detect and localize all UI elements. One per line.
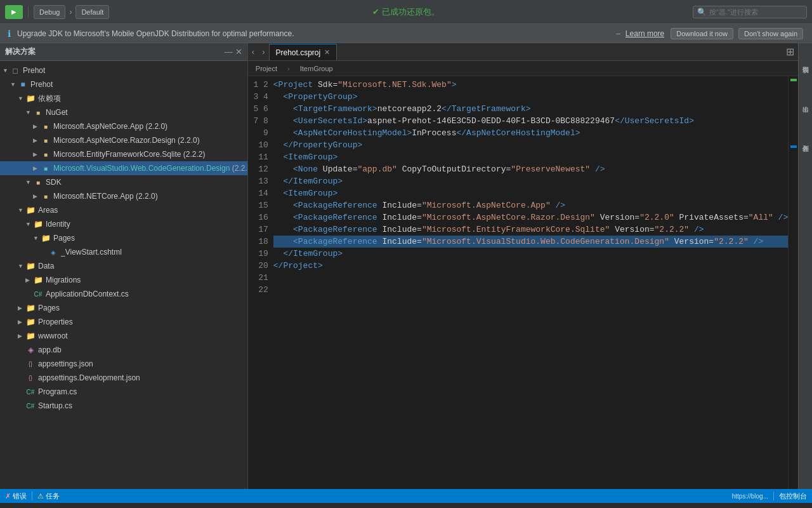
- default-button[interactable]: Default: [75, 5, 109, 19]
- tree-item-19[interactable]: ▶📁wwwroot: [0, 329, 247, 343]
- active-tab[interactable]: Prehot.csproj ✕: [269, 44, 337, 60]
- line-number-9: 9: [263, 128, 268, 138]
- line-number-7: 7: [253, 116, 258, 126]
- tree-arrow-1: ▼: [10, 81, 18, 88]
- tree-label-17: Pages: [38, 304, 60, 312]
- tree-arrow-15: ▶: [25, 277, 33, 283]
- tree-label-7: Microsoft.VisualStudio.Web.CodeGeneratio…: [53, 164, 247, 173]
- line-numbers: 1 2 3 4 5 6 7 8 9 10 11 12 13 14 15 16 1…: [248, 76, 273, 489]
- learn-more-link[interactable]: Learn more: [625, 29, 664, 38]
- code-line-11: <None Update="app.db" CopyToOutputDirect…: [273, 163, 788, 175]
- download-now-button[interactable]: Download it now: [671, 28, 733, 39]
- right-panel-btn-1[interactable]: 错误列表: [801, 46, 810, 77]
- tree-item-2[interactable]: ▼📁依赖项: [0, 91, 247, 105]
- code-line-10: <ItemGroup>: [273, 151, 788, 163]
- tree-item-10[interactable]: ▼📁Areas: [0, 203, 247, 217]
- line-number-15: 15: [258, 201, 268, 210]
- status-sep2: [773, 491, 774, 500]
- search-box[interactable]: 🔍: [693, 6, 807, 18]
- line-number-13: 13: [258, 177, 268, 186]
- tree-label-11: Identity: [46, 220, 70, 229]
- tree-item-3[interactable]: ▼■NuGet: [0, 105, 247, 119]
- tree-item-9[interactable]: ▶■Microsoft.NETCore.App (2.2.0): [0, 189, 247, 203]
- debug-button[interactable]: Debug: [34, 5, 65, 19]
- tree-item-7[interactable]: ▶■Microsoft.VisualStudio.Web.CodeGenerat…: [0, 161, 247, 175]
- line-number-14: 14: [258, 189, 268, 198]
- tree-item-24[interactable]: C#Startup.cs: [0, 399, 247, 413]
- run-button[interactable]: ▶: [5, 5, 23, 19]
- main-area: 解决方案 — ✕ ▼◻Prehot▼■Prehot▼📁依赖项▼■NuGet▶■M…: [0, 43, 812, 489]
- tree-icon-solution: ◻: [10, 65, 20, 76]
- tree-item-14[interactable]: ▼📁Data: [0, 259, 247, 273]
- warnings-label: 任务: [46, 491, 60, 501]
- breadcrumb-itemgroup[interactable]: ItemGroup: [298, 64, 336, 74]
- tree-item-17[interactable]: ▶📁Pages: [0, 301, 247, 315]
- code-editor[interactable]: <Project Sdk="Microsoft.NET.Sdk.Web"> <P…: [273, 76, 788, 489]
- tree-arrow-18: ▶: [18, 319, 25, 325]
- search-input[interactable]: [709, 8, 798, 16]
- tree-item-23[interactable]: C#Program.cs: [0, 385, 247, 399]
- tree-label-9: Microsoft.NETCore.App (2.2.0): [53, 192, 158, 201]
- warnings-status: ⚠ 任务: [37, 491, 60, 501]
- errors-icon: ✗: [5, 492, 11, 500]
- tree-label-23: Program.cs: [38, 387, 77, 396]
- code-line-17: <PackageReference Include="Microsoft.Ent…: [273, 224, 788, 236]
- tree-arrow-5: ▶: [33, 137, 41, 144]
- tree-arrow-14: ▼: [18, 263, 25, 269]
- status-sep1: [32, 491, 32, 500]
- tree-icon-sdk: ■: [33, 177, 43, 187]
- breadcrumb-project[interactable]: Project: [253, 64, 280, 74]
- tab-next-button[interactable]: ›: [258, 43, 268, 60]
- tree-item-16[interactable]: C#ApplicationDbContext.cs: [0, 287, 247, 301]
- tree-item-20[interactable]: ◈app.db: [0, 343, 247, 357]
- tree-icon-cs: C#: [25, 401, 36, 411]
- tree-icon-cshtml: ◈: [48, 247, 58, 257]
- tree-item-12[interactable]: ▼📁Pages: [0, 231, 247, 245]
- right-panel-btn-2[interactable]: 输出: [801, 85, 810, 117]
- tree-item-8[interactable]: ▼■SDK: [0, 175, 247, 189]
- debug-label: Debug: [39, 8, 60, 16]
- tree-item-5[interactable]: ▶■Microsoft.AspNetCore.Razor.Design (2.2…: [0, 133, 247, 147]
- line-number-17: 17: [258, 225, 268, 234]
- right-panel-btn-3[interactable]: 任务列表: [801, 124, 810, 156]
- line-number-4: 4: [263, 92, 268, 102]
- tree-item-15[interactable]: ▶📁Migrations: [0, 273, 247, 287]
- right-tool-panel: 错误列表 输出 任务列表: [798, 43, 812, 489]
- tree-arrow-19: ▶: [18, 333, 25, 339]
- tree-label-13: _ViewStart.cshtml: [61, 248, 122, 257]
- sidebar-collapse-button[interactable]: —: [225, 47, 233, 57]
- tree-arrow-6: ▶: [33, 151, 41, 157]
- tree-icon-cs: C#: [33, 289, 43, 299]
- code-line-1: <Project Sdk="Microsoft.NET.Sdk.Web">: [273, 79, 788, 91]
- tree-arrow-8: ▼: [25, 179, 33, 185]
- tree-item-18[interactable]: ▶📁Properties: [0, 315, 247, 329]
- tab-overflow-button[interactable]: ⊞: [782, 43, 798, 60]
- arrow-icon: ›: [69, 8, 72, 17]
- dont-show-button[interactable]: Don't show again: [738, 28, 803, 39]
- tree-item-13[interactable]: ◈_ViewStart.cshtml: [0, 245, 247, 259]
- tree-item-21[interactable]: {}appsettings.json: [0, 357, 247, 371]
- tab-close-button[interactable]: ✕: [324, 48, 330, 57]
- code-line-15: <PackageReference Include="Microsoft.Asp…: [273, 199, 788, 211]
- code-line-7: </PropertyGroup>: [273, 139, 788, 151]
- tree-item-1[interactable]: ▼■Prehot: [0, 77, 247, 91]
- tree-arrow-12: ▼: [33, 235, 41, 241]
- tree-item-0[interactable]: ▼◻Prehot: [0, 64, 247, 77]
- code-line-6: <AspNetCoreHostingModel>InProcess</AspNe…: [273, 127, 788, 139]
- tree-icon-folder: 📁: [25, 317, 36, 327]
- tree-item-6[interactable]: ▶■Microsoft.EntityFrameworkCore.Sqlite (…: [0, 147, 247, 161]
- tree-item-4[interactable]: ▶■Microsoft.AspNetCore.App (2.2.0): [0, 119, 247, 133]
- tree-item-22[interactable]: {}appsettings.Development.json: [0, 371, 247, 385]
- tree-icon-json: {}: [25, 373, 36, 383]
- line-number-18: 18: [258, 237, 268, 246]
- tree-item-11[interactable]: ▼📁Identity: [0, 217, 247, 231]
- tree-label-3: NuGet: [46, 108, 68, 117]
- line-number-10: 10: [258, 140, 268, 150]
- status-package[interactable]: 包控制台: [779, 491, 807, 501]
- tab-label: Prehot.csproj: [276, 48, 321, 57]
- tab-prev-button[interactable]: ‹: [248, 43, 258, 60]
- toolbar-separator: [28, 6, 29, 18]
- tree-label-22: appsettings.Development.json: [38, 373, 140, 382]
- code-line-14: <ItemGroup>: [273, 187, 788, 199]
- sidebar-close-button[interactable]: ✕: [235, 47, 242, 57]
